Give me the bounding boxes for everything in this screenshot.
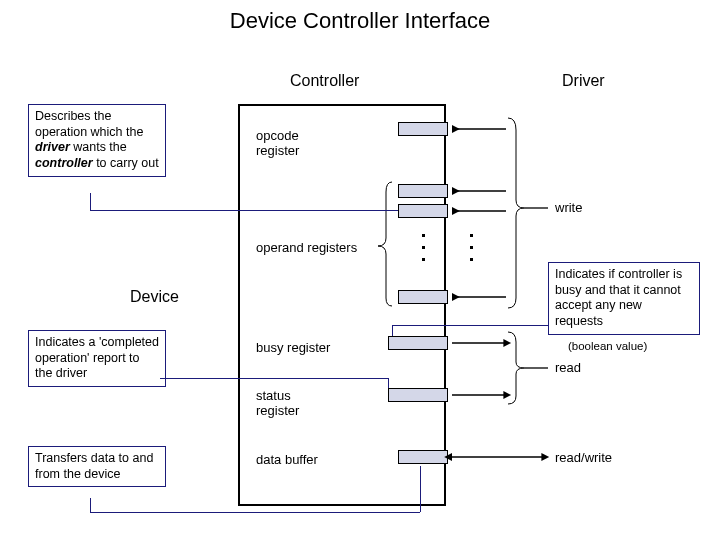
label-busy: busy register [256, 340, 330, 355]
reg-operand-n [398, 290, 448, 304]
connector-databuf-h [90, 512, 420, 513]
label-write: write [555, 200, 582, 215]
connector-busy-h [392, 325, 548, 326]
svg-rect-4 [470, 246, 473, 249]
connector-opcode-h [90, 210, 398, 211]
label-opcode: opcode register [256, 128, 299, 158]
connector-busy-v [392, 325, 393, 336]
controller-box [238, 104, 446, 506]
reg-operand-2 [398, 204, 448, 218]
svg-rect-3 [470, 234, 473, 237]
note-opcode: Describes the operation which the driver… [28, 104, 166, 177]
note-busy: Indicates if controller is busy and that… [548, 262, 700, 335]
label-data-buffer: data buffer [256, 452, 318, 467]
reg-data-buffer [398, 450, 448, 464]
connector-opcode-v [90, 193, 91, 210]
label-status: status register [256, 388, 299, 418]
heading-controller: Controller [290, 72, 359, 90]
label-readwrite: read/write [555, 450, 612, 465]
heading-driver: Driver [562, 72, 605, 90]
connector-status-v [388, 378, 389, 388]
note-status: Indicates a 'completed operation' report… [28, 330, 166, 387]
reg-busy [388, 336, 448, 350]
note-busy-type: (boolean value) [568, 340, 647, 352]
reg-status [388, 388, 448, 402]
svg-rect-5 [470, 258, 473, 261]
reg-opcode [398, 122, 448, 136]
page-title: Device Controller Interface [0, 8, 720, 34]
connector-status-h [160, 378, 388, 379]
label-read: read [555, 360, 581, 375]
connector-databuf-v2 [420, 466, 421, 512]
connector-databuf-v [90, 498, 91, 512]
label-operand: operand registers [256, 240, 357, 255]
heading-device: Device [130, 288, 179, 306]
note-data-buffer: Transfers data to and from the device [28, 446, 166, 487]
reg-operand-1 [398, 184, 448, 198]
